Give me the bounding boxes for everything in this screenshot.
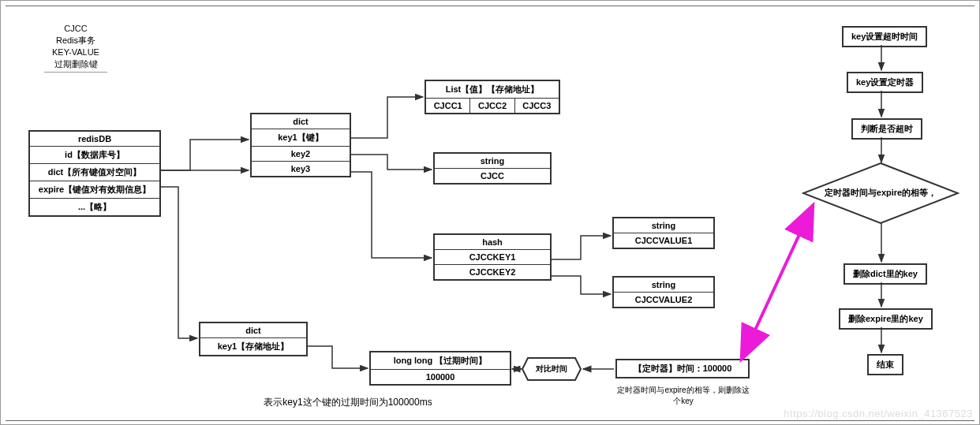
ll-title: long long 【过期时间】 — [371, 352, 510, 369]
hdr-l4: 过期删除键 — [44, 58, 107, 70]
timer-label: 【定时器】时间：100000 — [617, 360, 748, 377]
caption-timer: 定时器时间与expire的相等，则删除这个key — [616, 385, 750, 407]
dict1-k3: key3 — [252, 161, 350, 176]
string3-v: CJCCVALUE2 — [614, 292, 713, 307]
svg-line-10 — [742, 207, 812, 357]
dict1-k2: key2 — [252, 146, 350, 161]
list-title: List【值】【存储地址】 — [426, 81, 559, 98]
redisdb-table: redisDB id【数据库号】 dict【所有键值对空间】 expire【键值… — [28, 130, 161, 217]
flow-s5: 删除expire里的key — [839, 308, 933, 330]
dict2-k1: key1【存储地址】 — [200, 337, 306, 355]
dict1-k1: key1【键】 — [252, 129, 350, 146]
hdr-l2: Redis事务 — [44, 35, 107, 47]
string1-v: CJCC — [435, 168, 550, 183]
string2-title: string — [614, 218, 713, 233]
flow-d1: 定时器时间与expire的相等， — [802, 162, 959, 225]
redisdb-dict: dict【所有键值对空间】 — [30, 163, 159, 181]
string2-table: string CJCCVALUE1 — [612, 217, 715, 249]
redisdb-title: redisDB — [30, 132, 159, 146]
list-c3: CJCC3 — [515, 98, 559, 113]
flow-s3: 判断是否超时 — [851, 118, 922, 140]
caption-expire: 表示key1这个键的过期时间为100000ms — [238, 396, 458, 409]
hr-bottom — [6, 420, 974, 421]
redisdb-id: id【数据库号】 — [30, 146, 159, 163]
hdr-l3: KEY-VALUE — [44, 47, 107, 58]
flow-s4: 删除dict里的key — [843, 263, 927, 285]
string1-table: string CJCC — [433, 152, 552, 185]
hash-k2: CJCCKEY2 — [435, 264, 550, 279]
hdr-l1: CJCC — [44, 23, 107, 35]
flow-s1: key设置超时时间 — [842, 26, 927, 47]
string1-title: string — [435, 154, 550, 168]
list-c1: CJCC1 — [426, 98, 470, 113]
hr-top — [6, 6, 974, 6]
list-table: List【值】【存储地址】 CJCC1 CJCC2 CJCC3 — [425, 80, 560, 114]
string2-v: CJCCVALUE1 — [614, 233, 713, 248]
flow-s6: 结束 — [867, 354, 903, 375]
redisdb-expire: expire【键值对有效期信息】 — [30, 181, 159, 198]
hex-label: 对比时间 — [522, 363, 582, 375]
hash-table: hash CJCCKEY1 CJCCKEY2 — [433, 233, 552, 281]
redisdb-etc: ...【略】 — [30, 198, 159, 215]
header-block: CJCC Redis事务 KEY-VALUE 过期删除键 — [44, 23, 107, 73]
dict2-table: dict key1【存储地址】 — [199, 322, 308, 356]
ll-val: 100000 — [371, 369, 510, 384]
watermark: https://blog.csdn.net/weixin_41367523 — [784, 408, 973, 419]
dict1-table: dict key1【键】 key2 key3 — [250, 113, 351, 177]
flow-d1-label: 定时器时间与expire的相等， — [802, 187, 959, 199]
dict2-title: dict — [200, 323, 306, 337]
hash-title: hash — [435, 235, 550, 249]
dict1-title: dict — [252, 114, 350, 129]
string3-title: string — [614, 278, 713, 292]
hash-k1: CJCCKEY1 — [435, 249, 550, 264]
hex-compare: 对比时间 — [522, 357, 582, 381]
flow-s2: key设置定时器 — [847, 72, 923, 93]
diagram-canvas: CJCC Redis事务 KEY-VALUE 过期删除键 redisDB id【… — [0, 0, 980, 425]
list-c2: CJCC2 — [470, 98, 514, 113]
string3-table: string CJCCVALUE2 — [612, 276, 715, 308]
timer-box: 【定时器】时间：100000 — [615, 359, 750, 378]
longlong-table: long long 【过期时间】 100000 — [369, 351, 511, 386]
